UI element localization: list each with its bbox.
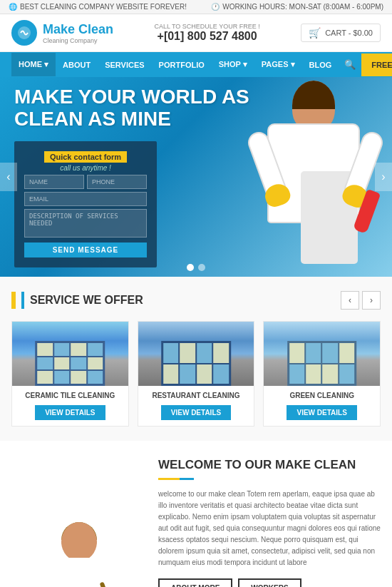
- services-section: SERVICE WE OFFER ‹ › CERAMIC TILE CLEANI…: [0, 277, 392, 441]
- logo[interactable]: Make Clean Cleaning Company: [11, 20, 113, 46]
- service-btn-2[interactable]: VIEW DETAILS: [161, 405, 231, 420]
- nav-blog[interactable]: BLOG: [302, 53, 339, 76]
- building-3: [287, 341, 357, 386]
- service-btn-1[interactable]: VIEW DETAILS: [35, 405, 105, 420]
- maid-head: [61, 522, 97, 561]
- services-title: SERVICE WE OFFER: [11, 292, 143, 309]
- hero-form: Quick contact form call us anytime ! SEN…: [14, 141, 157, 267]
- hero-section: ‹ MAKE YOUR WORLD AS CLEAN AS MINE Quick…: [0, 77, 392, 277]
- services-header: SERVICE WE OFFER ‹ ›: [11, 291, 381, 310]
- form-row-name-phone: [24, 175, 147, 189]
- top-bar-left: 🌐 BEST CLEANING COMPANY WEBSITE FOREVER!: [9, 3, 187, 11]
- search-icon[interactable]: 🔍: [339, 52, 361, 77]
- nav-about[interactable]: ABOUT: [56, 53, 98, 76]
- top-bar-left-text: BEST CLEANING COMPANY WEBSITE FOREVER!: [20, 3, 187, 11]
- hero-title: MAKE YOUR WORLD AS CLEAN AS MINE: [14, 86, 378, 131]
- description-input[interactable]: [24, 209, 147, 238]
- about-content: WELCOME TO OUR MAKE CLEAN welcome to our…: [147, 458, 381, 587]
- nav-pages[interactable]: PAGES ▾: [254, 53, 302, 76]
- workers-button[interactable]: WORKERS: [238, 578, 301, 587]
- nav-home[interactable]: HOME ▾: [11, 53, 56, 76]
- hero-content: MAKE YOUR WORLD AS CLEAN AS MINE Quick c…: [0, 77, 392, 277]
- service-name-3: GREEN CLEANING: [269, 392, 374, 399]
- service-card-2: RESTAURANT CLEANING VIEW DETAILS: [138, 321, 255, 427]
- about-title: WELCOME TO OUR MAKE CLEAN: [158, 458, 381, 472]
- clock-icon: 🕐: [211, 3, 220, 11]
- service-img-2: [138, 322, 254, 386]
- title-accent-yellow: [11, 292, 16, 309]
- service-card-3: GREEN CLEANING VIEW DETAILS: [263, 321, 381, 427]
- main-nav: HOME ▾ ABOUT SERVICES PORTFOLIO SHOP ▾ P…: [0, 52, 392, 77]
- name-input[interactable]: [24, 175, 84, 189]
- service-btn-3[interactable]: VIEW DETAILS: [287, 405, 356, 420]
- phone-input[interactable]: [87, 175, 147, 189]
- building-bg-2: [138, 322, 254, 386]
- nav-portfolio[interactable]: PORTFOLIO: [152, 53, 212, 76]
- top-bar-right-text: WORKING HOURS: MON-SAT (8:00AM - 6:00PM): [222, 3, 383, 11]
- about-text: welcome to our make clean Totem rem aper…: [158, 489, 381, 568]
- services-grid: CERAMIC TILE CLEANING VIEW DETAILS RESTA…: [11, 321, 381, 427]
- header-phone: CALL TO SCHEDULE YOUR FREE ! +[01] 800 5…: [154, 23, 259, 43]
- email-input[interactable]: [24, 192, 147, 206]
- header: Make Clean Cleaning Company CALL TO SCHE…: [0, 14, 392, 52]
- building-2: [161, 341, 231, 386]
- about-underline: [158, 478, 381, 480]
- globe-icon: 🌐: [9, 3, 17, 11]
- logo-sub: Cleaning Company: [43, 37, 113, 44]
- service-info-2: RESTAURANT CLEANING VIEW DETAILS: [138, 386, 254, 426]
- top-bar: 🌐 BEST CLEANING COMPANY WEBSITE FOREVER!…: [0, 0, 392, 14]
- building-bg-3: [264, 322, 380, 386]
- about-image: [11, 458, 147, 587]
- about-more-button[interactable]: ABOUT MORE: [158, 578, 232, 587]
- quote-button[interactable]: FREE INSTANT QUOTE: [361, 53, 392, 76]
- service-name-1: CERAMIC TILE CLEANING: [18, 392, 123, 399]
- services-title-text: SERVICE WE OFFER: [30, 294, 143, 307]
- send-button[interactable]: SEND MESSAGE: [24, 243, 147, 257]
- services-prev-button[interactable]: ‹: [341, 291, 359, 310]
- service-img-1: [12, 322, 128, 386]
- underline-blue: [180, 478, 194, 480]
- logo-name: Make Clean: [43, 22, 113, 37]
- top-bar-right: 🕐 WORKING HOURS: MON-SAT (8:00AM - 6:00P…: [211, 3, 383, 11]
- cart-label: CART - $0.00: [325, 29, 373, 37]
- maid-arm-right: [103, 561, 151, 587]
- services-next-button[interactable]: ›: [362, 291, 381, 310]
- services-nav: ‹ ›: [341, 291, 381, 310]
- cart-icon: 🛒: [309, 27, 321, 39]
- building-bg-1: [12, 322, 128, 386]
- service-img-3: [264, 322, 380, 386]
- cart-button[interactable]: 🛒 CART - $0.00: [301, 24, 381, 42]
- hero-next-button[interactable]: ›: [375, 163, 392, 191]
- title-accent-blue: [21, 292, 24, 309]
- about-section: WELCOME TO OUR MAKE CLEAN welcome to our…: [0, 441, 392, 587]
- phone-label: CALL TO SCHEDULE YOUR FREE !: [154, 23, 259, 30]
- building-1: [36, 341, 105, 386]
- form-subtitle: call us anytime !: [24, 164, 147, 172]
- nav-shop[interactable]: SHOP ▾: [212, 53, 254, 76]
- maid-figure: [22, 515, 136, 587]
- service-name-2: RESTAURANT CLEANING: [144, 392, 249, 399]
- logo-icon: [11, 20, 37, 46]
- about-buttons: ABOUT MORE WORKERS: [158, 578, 381, 587]
- hero-prev-button[interactable]: ‹: [0, 163, 17, 191]
- service-info-1: CERAMIC TILE CLEANING VIEW DETAILS: [12, 386, 128, 426]
- form-title: Quick contact form: [44, 151, 127, 163]
- form-title-group: Quick contact form call us anytime !: [24, 151, 147, 172]
- service-info-3: GREEN CLEANING VIEW DETAILS: [264, 386, 380, 426]
- nav-services[interactable]: SERVICES: [98, 53, 151, 76]
- logo-text-group: Make Clean Cleaning Company: [43, 22, 113, 44]
- service-card-1: CERAMIC TILE CLEANING VIEW DETAILS: [11, 321, 129, 427]
- phone-number[interactable]: +[01] 800 527 4800: [154, 30, 259, 43]
- underline-yellow: [158, 478, 180, 480]
